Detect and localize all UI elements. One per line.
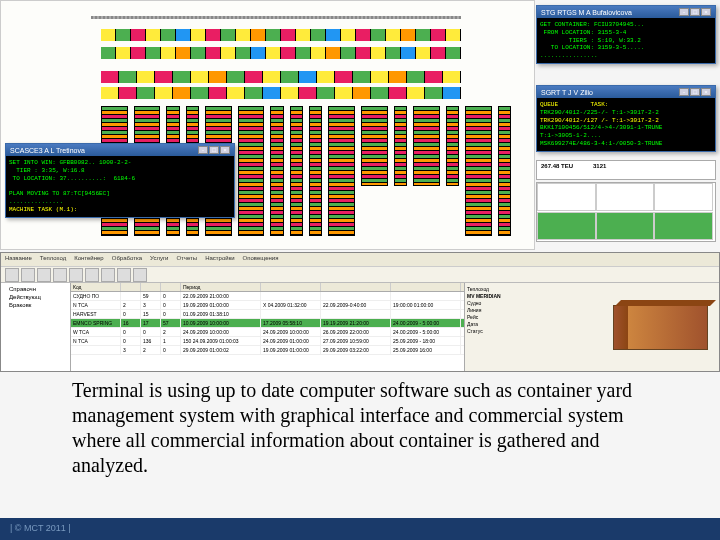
menu-item[interactable]: Название	[5, 255, 32, 264]
table-row[interactable]: N TCA23019.09.2009 01:00:00X 04.2009 01:…	[71, 301, 464, 310]
grid-cell[interactable]	[596, 183, 655, 211]
data-table[interactable]: КодПериод СУДНО ПО59022.09.2009 21:00:00…	[71, 283, 464, 371]
toolbar-button[interactable]	[69, 268, 83, 282]
toolbar-button[interactable]	[5, 268, 19, 282]
stack-row	[101, 71, 461, 83]
terminal-window-scan[interactable]: SCASCE3 A L Tretinova - □ × SET INTO WIN…	[5, 143, 235, 218]
slide-caption: Terminal is using up to date computer so…	[72, 378, 652, 478]
table-row[interactable]: СУДНО ПО59022.09.2009 21:00:00	[71, 292, 464, 301]
detail-value: MV MERIDIAN	[467, 292, 603, 299]
table-row[interactable]: EMNCO SPRING16175710.09.2009 10:00:0017.…	[71, 319, 464, 328]
minimize-icon[interactable]: -	[198, 146, 208, 154]
container-3d-icon	[613, 305, 708, 350]
menu-item[interactable]: Настройки	[205, 255, 234, 264]
terminal-body: GET CONTAINER: FCIU3704945... FROM LOCAT…	[537, 18, 715, 63]
detail-label: Теплоход	[467, 285, 603, 292]
tree-item[interactable]: Действующ	[3, 293, 68, 301]
close-icon[interactable]: ×	[220, 146, 230, 154]
tree-item[interactable]: Браковк	[3, 301, 68, 309]
close-icon[interactable]: ×	[701, 88, 711, 96]
terminal-window-rtg[interactable]: STG RTGS M A Bufalovicova - □ × GET CONT…	[536, 5, 716, 64]
grid-cell[interactable]	[654, 183, 713, 211]
detail-panel: Теплоход MV MERIDIAN Судно Линия Рейс Да…	[464, 283, 719, 371]
menu-item[interactable]: Оповещения	[243, 255, 279, 264]
navigation-tree[interactable]: Справочн Действующ Браковк	[1, 283, 71, 371]
teu-summary-panel: 267.48 TEU 3121	[536, 160, 716, 180]
teu-value: 3121	[593, 163, 606, 169]
toolbar-button[interactable]	[133, 268, 147, 282]
container-grid-panel[interactable]	[536, 182, 716, 242]
toolbar-button[interactable]	[85, 268, 99, 282]
menu-item[interactable]: Теплоход	[40, 255, 66, 264]
crane-rail	[91, 16, 461, 19]
maximize-icon[interactable]: □	[690, 8, 700, 16]
menu-item[interactable]: Обработка	[112, 255, 142, 264]
table-header: КодПериод	[71, 283, 464, 292]
toolbar-button[interactable]	[53, 268, 67, 282]
window-title: STG RTGS M A Bufalovicova	[541, 9, 632, 16]
grid-cell-active[interactable]	[654, 212, 713, 240]
terminal-body: SET INTO WIN: GFBB0082.. 1000-2-2- TIER …	[6, 156, 234, 217]
table-row[interactable]: HARVEST015001.09.2009 01:38:10	[71, 310, 464, 319]
toolbar[interactable]	[1, 267, 719, 283]
minimize-icon[interactable]: -	[679, 88, 689, 96]
terminal-body: QUEUE TASK: TRK290/4012-/225-/- T:1->301…	[537, 98, 715, 151]
teu-label: 267.48 TEU	[541, 163, 573, 169]
window-title: SCASCE3 A L Tretinova	[10, 147, 85, 154]
terminal-window-queue[interactable]: SGRT T J V Zilio - □ × QUEUE TASK: TRK29…	[536, 85, 716, 152]
grid-cell[interactable]	[537, 183, 596, 211]
table-row[interactable]: N TCA01361150 24.09.2009 01:00:0324.09.2…	[71, 337, 464, 346]
close-icon[interactable]: ×	[701, 8, 711, 16]
table-row[interactable]: 32029.09.2009 01:00:0219.09.2009 01:00:0…	[71, 346, 464, 355]
slide-footer: | © MCT 2011 |	[0, 518, 720, 540]
toolbar-button[interactable]	[101, 268, 115, 282]
toolbar-button[interactable]	[21, 268, 35, 282]
menu-item[interactable]: Услуги	[150, 255, 168, 264]
stack-row	[101, 87, 461, 99]
tree-item[interactable]: Справочн	[3, 285, 68, 293]
menu-item[interactable]: Контейнер	[74, 255, 104, 264]
stack-row	[101, 29, 461, 41]
menu-bar[interactable]: Название Теплоход Контейнер Обработка Ус…	[1, 253, 719, 267]
table-row[interactable]: W TCA00224.09.2009 10:00:0024.09.2009 10…	[71, 328, 464, 337]
toolbar-button[interactable]	[117, 268, 131, 282]
toolbar-button[interactable]	[37, 268, 51, 282]
commercial-system-window[interactable]: Название Теплоход Контейнер Обработка Ус…	[0, 252, 720, 372]
grid-cell-active[interactable]	[537, 212, 596, 240]
minimize-icon[interactable]: -	[679, 8, 689, 16]
stack-row	[101, 47, 461, 59]
grid-cell-active[interactable]	[596, 212, 655, 240]
maximize-icon[interactable]: □	[690, 88, 700, 96]
window-title: SGRT T J V Zilio	[541, 89, 593, 96]
container-preview	[605, 283, 715, 371]
menu-item[interactable]: Отчеты	[176, 255, 197, 264]
maximize-icon[interactable]: □	[209, 146, 219, 154]
